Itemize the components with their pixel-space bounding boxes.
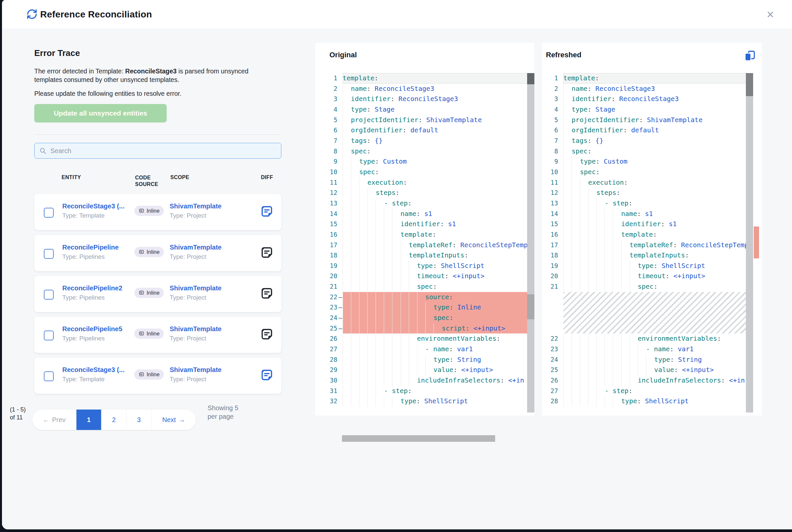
diff-note-icon[interactable]	[260, 287, 273, 300]
code-line: 26environmentVariables:	[326, 334, 534, 344]
inline-store-icon	[139, 372, 144, 377]
error-trace-heading: Error Trace	[34, 48, 80, 58]
error-trace-panel: Error Trace The error detected in Templa…	[2, 28, 315, 529]
entity-name-link[interactable]: ReconcilePipeline	[62, 244, 133, 251]
diff-note-icon[interactable]	[260, 246, 273, 259]
row-checkbox[interactable]	[44, 330, 54, 340]
scope-link[interactable]: ShivamTemplate	[170, 284, 229, 292]
code-line: 14name: s1	[547, 209, 753, 219]
code-line: 32type: ShellScript	[326, 396, 534, 406]
inline-store-icon	[139, 249, 144, 255]
code-line: 16template:	[547, 229, 753, 240]
code-source-label: Inline	[147, 290, 160, 296]
entity-name-link[interactable]: ReconcileStage3 (...	[62, 203, 133, 210]
column-header-diff: DIFF	[261, 174, 273, 180]
code-source-label: Inline	[147, 371, 160, 378]
next-page-button[interactable]: Next →	[151, 410, 196, 430]
error-instruction: Please update the following entities to …	[34, 90, 265, 98]
code-line: 22environmentVariables:	[547, 334, 753, 344]
row-checkbox[interactable]	[44, 249, 54, 259]
refreshed-code-panel: Refreshed 1template:2name: ReconcileStag…	[542, 43, 762, 416]
copy-icon[interactable]	[743, 50, 756, 62]
code-line: 4type: Stage	[326, 104, 534, 115]
close-icon[interactable]: ×	[763, 7, 777, 22]
prev-label: Prev	[52, 416, 66, 424]
entity-cell: ReconcileStage3 (... Type: Template	[62, 366, 133, 383]
entity-name-link[interactable]: ReconcilePipeline2	[62, 284, 133, 292]
sync-refresh-icon	[26, 8, 38, 20]
page-button-2[interactable]: 2	[102, 410, 127, 430]
prev-page-button[interactable]: ← Prev	[32, 410, 76, 430]
code-source-label: Inline	[147, 330, 160, 337]
scope-link[interactable]: ShivamTemplate	[170, 325, 229, 333]
original-horizontal-scrollbar[interactable]	[342, 435, 495, 442]
error-description-prefix: The error detected in Template:	[34, 68, 125, 75]
page-button-1[interactable]: 1	[76, 410, 102, 430]
code-source-badge: Inline	[134, 206, 164, 216]
diff-note-icon[interactable]	[260, 327, 273, 341]
entity-name-link[interactable]: ReconcileStage3 (...	[62, 366, 133, 374]
row-checkbox[interactable]	[44, 208, 54, 217]
entity-cell: ReconcileStage3 (... Type: Template	[62, 203, 133, 219]
code-source-label: Inline	[147, 208, 160, 214]
scope-cell: ShivamTemplate Type: Project	[170, 325, 229, 342]
code-line: 21spec:	[326, 282, 534, 292]
inline-store-icon	[139, 331, 144, 337]
scope-type-label: Type: Project	[170, 376, 229, 383]
row-checkbox[interactable]	[44, 371, 54, 381]
page-button-3[interactable]: 3	[127, 410, 151, 430]
code-line: 25value: <+input>	[547, 365, 753, 375]
code-line: 10spec:	[547, 167, 753, 177]
code-line: 2name: ReconcileStage3	[547, 83, 753, 94]
code-line: 1template:	[326, 73, 534, 83]
entity-name-link[interactable]: ReconcilePipeline5	[62, 325, 133, 333]
code-line: 5projectIdentifier: ShivamTemplate	[547, 115, 753, 126]
refreshed-vertical-scrollbar[interactable]	[746, 73, 753, 413]
scope-cell: ShivamTemplate Type: Project	[170, 284, 229, 301]
refreshed-code-editor: 1template:2name: ReconcileStage33identif…	[547, 73, 753, 407]
code-line: 31- step:	[326, 386, 534, 396]
code-line: 20timeout: <+input>	[326, 271, 534, 282]
divider	[34, 134, 281, 135]
scope-link[interactable]: ShivamTemplate	[170, 244, 229, 251]
inline-store-icon	[139, 290, 144, 296]
code-line: 9type: Custom	[547, 156, 753, 167]
search-input[interactable]	[50, 147, 276, 155]
arrow-right-icon: →	[179, 416, 185, 424]
code-line: 14name: s1	[326, 209, 534, 219]
scope-link[interactable]: ShivamTemplate	[170, 366, 229, 374]
row-checkbox[interactable]	[44, 290, 54, 300]
inline-store-icon	[139, 208, 144, 214]
code-line: 8spec:	[326, 146, 534, 157]
entity-table-row: ReconcilePipeline Type: Pipelines Inline…	[34, 235, 281, 271]
scope-cell: ShivamTemplate Type: Project	[170, 366, 229, 383]
code-source-badge: Inline	[134, 369, 164, 380]
code-line: 19type: ShellScript	[326, 261, 534, 271]
refreshed-scrollbar-thumb[interactable]	[746, 73, 753, 96]
diff-removed-gap	[547, 292, 753, 334]
code-line: 7tags: {}	[326, 136, 534, 146]
original-scrollbar-thumb[interactable]	[527, 73, 534, 84]
code-line: 2name: ReconcileStage3	[326, 83, 534, 94]
code-source-badge: Inline	[134, 288, 164, 298]
code-line: 27- name: var1	[326, 344, 534, 355]
search-icon	[39, 147, 47, 154]
code-line: 24type: String	[547, 355, 753, 365]
code-line: 18templateInputs:	[326, 250, 534, 261]
diff-note-icon[interactable]	[260, 368, 273, 382]
entity-table-row: ReconcilePipeline2 Type: Pipelines Inlin…	[34, 276, 281, 312]
scope-cell: ShivamTemplate Type: Project	[170, 244, 229, 261]
code-line: 9type: Custom	[326, 156, 534, 167]
scope-link[interactable]: ShivamTemplate	[170, 203, 229, 210]
code-line: 10spec:	[326, 167, 534, 177]
code-line: 30includeInfraSelectors: <+in	[326, 375, 534, 386]
scope-type-label: Type: Project	[170, 335, 229, 342]
code-line: 7tags: {}	[547, 136, 753, 146]
column-header-entity: ENTITY	[61, 174, 81, 180]
code-line: 27- step:	[547, 386, 753, 396]
page-background: Reference Reconciliation × Error Trace T…	[0, 0, 792, 532]
update-all-unsynced-entities-button[interactable]: Update all unsynced entities	[34, 104, 167, 122]
code-line: 25–script: <+input>	[326, 323, 534, 334]
diff-note-icon[interactable]	[260, 205, 273, 218]
original-vertical-scrollbar[interactable]	[527, 73, 534, 413]
